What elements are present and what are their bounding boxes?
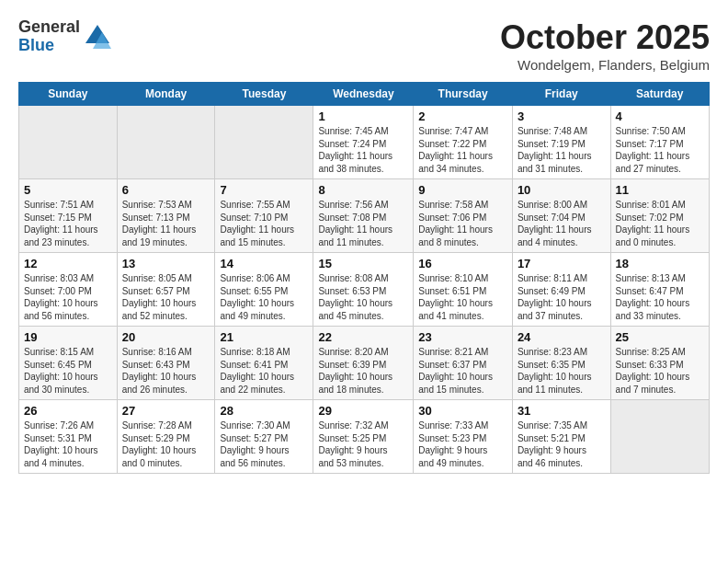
day-cell-26: 26Sunrise: 7:26 AM Sunset: 5:31 PM Dayli… <box>19 400 118 474</box>
day-cell-25: 25Sunrise: 8:25 AM Sunset: 6:33 PM Dayli… <box>610 327 709 400</box>
day-info: Sunrise: 8:25 AM Sunset: 6:33 PM Dayligh… <box>616 346 704 396</box>
day-number: 29 <box>318 404 408 418</box>
day-info: Sunrise: 8:05 AM Sunset: 6:57 PM Dayligh… <box>122 272 210 322</box>
day-info: Sunrise: 7:56 AM Sunset: 7:08 PM Dayligh… <box>318 199 408 248</box>
day-cell-5: 5Sunrise: 7:51 AM Sunset: 7:15 PM Daylig… <box>19 179 118 253</box>
page-header: General Blue October 2025 Wondelgem, Fla… <box>18 18 710 73</box>
day-number: 26 <box>24 404 112 418</box>
day-number: 25 <box>616 330 704 344</box>
day-info: Sunrise: 7:47 AM Sunset: 7:22 PM Dayligh… <box>418 125 507 175</box>
day-info: Sunrise: 8:18 AM Sunset: 6:41 PM Dayligh… <box>220 346 308 396</box>
day-cell-4: 4Sunrise: 7:50 AM Sunset: 7:17 PM Daylig… <box>610 106 709 179</box>
day-number: 12 <box>24 257 112 270</box>
day-cell-3: 3Sunrise: 7:48 AM Sunset: 7:19 PM Daylig… <box>512 106 610 179</box>
day-cell-18: 18Sunrise: 8:13 AM Sunset: 6:47 PM Dayli… <box>610 253 709 327</box>
day-number: 9 <box>418 183 507 197</box>
day-number: 31 <box>518 404 606 418</box>
day-number: 8 <box>318 183 408 197</box>
day-info: Sunrise: 7:35 AM Sunset: 5:21 PM Dayligh… <box>518 419 606 469</box>
day-cell-21: 21Sunrise: 8:18 AM Sunset: 6:41 PM Dayli… <box>215 327 313 400</box>
day-number: 7 <box>220 183 308 197</box>
day-cell-23: 23Sunrise: 8:21 AM Sunset: 6:37 PM Dayli… <box>414 327 513 400</box>
day-cell-11: 11Sunrise: 8:01 AM Sunset: 7:02 PM Dayli… <box>610 179 709 253</box>
day-number: 3 <box>518 109 606 123</box>
day-info: Sunrise: 7:30 AM Sunset: 5:27 PM Dayligh… <box>220 419 308 469</box>
day-cell-2: 2Sunrise: 7:47 AM Sunset: 7:22 PM Daylig… <box>414 106 513 179</box>
empty-cell <box>117 106 215 179</box>
day-number: 10 <box>518 183 606 197</box>
day-number: 23 <box>418 330 507 344</box>
empty-cell <box>610 400 709 474</box>
weekday-monday: Monday <box>117 83 215 106</box>
day-info: Sunrise: 7:28 AM Sunset: 5:29 PM Dayligh… <box>122 419 210 469</box>
day-cell-13: 13Sunrise: 8:05 AM Sunset: 6:57 PM Dayli… <box>117 253 215 327</box>
day-cell-19: 19Sunrise: 8:15 AM Sunset: 6:45 PM Dayli… <box>19 327 118 400</box>
day-info: Sunrise: 8:15 AM Sunset: 6:45 PM Dayligh… <box>24 346 112 396</box>
day-cell-14: 14Sunrise: 8:06 AM Sunset: 6:55 PM Dayli… <box>215 253 313 327</box>
day-cell-17: 17Sunrise: 8:11 AM Sunset: 6:49 PM Dayli… <box>512 253 610 327</box>
day-info: Sunrise: 8:03 AM Sunset: 7:00 PM Dayligh… <box>24 272 112 322</box>
day-info: Sunrise: 7:45 AM Sunset: 7:24 PM Dayligh… <box>318 125 408 175</box>
day-number: 14 <box>220 257 308 270</box>
day-number: 6 <box>122 183 210 197</box>
month-title: October 2025 <box>500 18 710 57</box>
day-cell-29: 29Sunrise: 7:32 AM Sunset: 5:25 PM Dayli… <box>313 400 414 474</box>
day-number: 20 <box>122 330 210 344</box>
week-row-2: 5Sunrise: 7:51 AM Sunset: 7:15 PM Daylig… <box>19 179 710 253</box>
day-cell-20: 20Sunrise: 8:16 AM Sunset: 6:43 PM Dayli… <box>117 327 215 400</box>
empty-cell <box>19 106 118 179</box>
week-row-1: 1Sunrise: 7:45 AM Sunset: 7:24 PM Daylig… <box>19 106 710 179</box>
day-cell-15: 15Sunrise: 8:08 AM Sunset: 6:53 PM Dayli… <box>313 253 414 327</box>
day-cell-1: 1Sunrise: 7:45 AM Sunset: 7:24 PM Daylig… <box>313 106 414 179</box>
day-info: Sunrise: 8:16 AM Sunset: 6:43 PM Dayligh… <box>122 346 210 396</box>
day-number: 13 <box>122 257 210 270</box>
weekday-header-row: SundayMondayTuesdayWednesdayThursdayFrid… <box>19 83 710 106</box>
location: Wondelgem, Flanders, Belgium <box>500 57 710 73</box>
day-info: Sunrise: 7:32 AM Sunset: 5:25 PM Dayligh… <box>318 419 408 469</box>
week-row-5: 26Sunrise: 7:26 AM Sunset: 5:31 PM Dayli… <box>19 400 710 474</box>
title-block: October 2025 Wondelgem, Flanders, Belgiu… <box>500 18 710 73</box>
day-info: Sunrise: 7:33 AM Sunset: 5:23 PM Dayligh… <box>418 419 507 469</box>
logo-general: General <box>18 18 80 37</box>
day-number: 27 <box>122 404 210 418</box>
day-info: Sunrise: 8:11 AM Sunset: 6:49 PM Dayligh… <box>518 272 606 322</box>
day-info: Sunrise: 8:06 AM Sunset: 6:55 PM Dayligh… <box>220 272 308 322</box>
weekday-tuesday: Tuesday <box>215 83 313 106</box>
day-info: Sunrise: 7:50 AM Sunset: 7:17 PM Dayligh… <box>616 125 704 175</box>
day-number: 28 <box>220 404 308 418</box>
day-info: Sunrise: 8:20 AM Sunset: 6:39 PM Dayligh… <box>318 346 408 396</box>
day-info: Sunrise: 7:53 AM Sunset: 7:13 PM Dayligh… <box>122 199 210 248</box>
weekday-saturday: Saturday <box>610 83 709 106</box>
day-cell-28: 28Sunrise: 7:30 AM Sunset: 5:27 PM Dayli… <box>215 400 313 474</box>
day-cell-24: 24Sunrise: 8:23 AM Sunset: 6:35 PM Dayli… <box>512 327 610 400</box>
day-info: Sunrise: 7:26 AM Sunset: 5:31 PM Dayligh… <box>24 419 112 469</box>
day-cell-8: 8Sunrise: 7:56 AM Sunset: 7:08 PM Daylig… <box>313 179 414 253</box>
day-number: 24 <box>518 330 606 344</box>
day-number: 4 <box>616 109 704 123</box>
day-cell-6: 6Sunrise: 7:53 AM Sunset: 7:13 PM Daylig… <box>117 179 215 253</box>
day-cell-22: 22Sunrise: 8:20 AM Sunset: 6:39 PM Dayli… <box>313 327 414 400</box>
day-number: 18 <box>616 257 704 270</box>
day-cell-16: 16Sunrise: 8:10 AM Sunset: 6:51 PM Dayli… <box>414 253 513 327</box>
day-number: 22 <box>318 330 408 344</box>
logo: General Blue <box>18 18 111 55</box>
day-cell-31: 31Sunrise: 7:35 AM Sunset: 5:21 PM Dayli… <box>512 400 610 474</box>
day-number: 30 <box>418 404 507 418</box>
day-cell-7: 7Sunrise: 7:55 AM Sunset: 7:10 PM Daylig… <box>215 179 313 253</box>
day-info: Sunrise: 8:00 AM Sunset: 7:04 PM Dayligh… <box>518 199 606 248</box>
day-info: Sunrise: 8:21 AM Sunset: 6:37 PM Dayligh… <box>418 346 507 396</box>
week-row-3: 12Sunrise: 8:03 AM Sunset: 7:00 PM Dayli… <box>19 253 710 327</box>
weekday-friday: Friday <box>512 83 610 106</box>
logo-blue: Blue <box>18 37 80 55</box>
week-row-4: 19Sunrise: 8:15 AM Sunset: 6:45 PM Dayli… <box>19 327 710 400</box>
calendar-table: SundayMondayTuesdayWednesdayThursdayFrid… <box>18 82 710 474</box>
day-info: Sunrise: 8:08 AM Sunset: 6:53 PM Dayligh… <box>318 272 408 322</box>
day-cell-12: 12Sunrise: 8:03 AM Sunset: 7:00 PM Dayli… <box>19 253 118 327</box>
day-info: Sunrise: 8:01 AM Sunset: 7:02 PM Dayligh… <box>616 199 704 248</box>
day-cell-9: 9Sunrise: 7:58 AM Sunset: 7:06 PM Daylig… <box>414 179 513 253</box>
day-info: Sunrise: 7:55 AM Sunset: 7:10 PM Dayligh… <box>220 199 308 248</box>
day-number: 15 <box>318 257 408 270</box>
day-number: 1 <box>318 109 408 123</box>
weekday-sunday: Sunday <box>19 83 118 106</box>
day-info: Sunrise: 8:23 AM Sunset: 6:35 PM Dayligh… <box>518 346 606 396</box>
